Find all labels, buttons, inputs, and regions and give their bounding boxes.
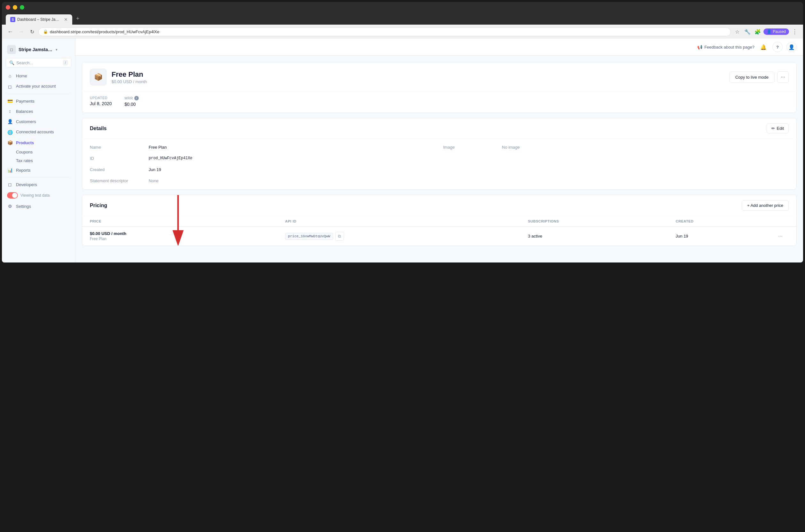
product-icon-image: 📦 <box>94 73 103 81</box>
reports-icon: 📊 <box>7 168 13 173</box>
row-more-button[interactable]: ··· <box>776 232 785 241</box>
chrome-menu-button[interactable]: ⋮ <box>790 27 799 36</box>
new-tab-button[interactable]: + <box>74 13 82 25</box>
user-menu-button[interactable]: 👤 <box>786 42 797 52</box>
test-mode-row: Viewing test data <box>2 190 75 201</box>
sidebar-item-developers[interactable]: ◻ Developers <box>2 179 75 190</box>
product-icon: 📦 <box>90 69 107 86</box>
product-name: Free Plan <box>112 70 724 79</box>
sidebar-item-label: Products <box>16 140 34 145</box>
product-info: Free Plan $0.00 USD / month <box>112 70 724 84</box>
copy-to-live-button[interactable]: Copy to live mode <box>729 72 774 83</box>
sidebar-subitem-taxrates[interactable]: Tax rates <box>2 156 75 165</box>
search-box[interactable]: 🔍 Search... / <box>6 58 71 68</box>
sidebar-item-settings[interactable]: ⚙ Settings <box>2 201 75 211</box>
sidebar-item-payments[interactable]: 💳 Payments <box>2 96 75 106</box>
price-main: $0.00 USD / month <box>90 231 280 236</box>
sidebar-item-label: Activate your account <box>16 83 56 89</box>
search-icon: 🔍 <box>9 60 14 65</box>
details-section-title: Details <box>90 126 107 131</box>
created-label: Created <box>90 166 141 173</box>
browser-tab[interactable]: S Dashboard – Stripe Jamstack S ✕ <box>6 14 72 25</box>
price-cell: $0.00 USD / month Free Plan <box>90 231 280 241</box>
pricing-row: $0.00 USD / month Free Plan price_1GvwMw… <box>82 227 797 246</box>
traffic-light-red[interactable] <box>6 5 10 10</box>
sidebar-subitem-coupons[interactable]: Coupons <box>2 148 75 156</box>
extensions-button[interactable]: 🔧 <box>743 27 752 36</box>
edit-label: Edit <box>777 126 784 131</box>
lock-icon: 🔒 <box>43 30 48 34</box>
copy-api-id-button[interactable]: ⧉ <box>335 232 344 241</box>
mrr-info-icon[interactable]: i <box>134 96 139 100</box>
brand-logo: ◻ <box>7 45 16 54</box>
feedback-link[interactable]: 📢 Feedback about this page? <box>697 45 754 50</box>
sidebar-item-connected[interactable]: 🌐 Connected accounts <box>2 127 75 137</box>
back-button[interactable]: ← <box>6 27 15 36</box>
main-content: 📢 Feedback about this page? 🔔 ? 👤 📦 Free… <box>75 39 803 263</box>
sidebar-item-customers[interactable]: 👤 Customers <box>2 116 75 127</box>
profile-badge[interactable]: 👤 Paused <box>763 28 789 35</box>
created-cell: Jun 19 <box>676 234 771 239</box>
forward-button[interactable]: → <box>17 27 25 36</box>
edit-button[interactable]: ✏ Edit <box>767 124 789 133</box>
bookmark-button[interactable]: ☆ <box>733 27 742 36</box>
profile-label: Paused <box>773 30 786 34</box>
stats-row: Updated Jul 8, 2020 MRR i $0.00 <box>82 92 797 113</box>
sidebar-item-balances[interactable]: ↕ Balances <box>2 106 75 116</box>
help-button[interactable]: ? <box>772 42 783 52</box>
id-value: prod_HUwFcvAjEp4lXe <box>149 155 436 162</box>
name-label: Name <box>90 144 141 151</box>
sidebar-item-activate[interactable]: ◻ Activate your account <box>2 81 75 92</box>
updated-stat: Updated Jul 8, 2020 <box>90 96 112 107</box>
sidebar-item-label: Balances <box>16 109 33 114</box>
page-content: 📦 Free Plan $0.00 USD / month Copy to li… <box>75 56 803 263</box>
edit-icon: ✏ <box>771 126 775 131</box>
pricing-card: Pricing + Add another price PRICE API ID… <box>82 195 797 246</box>
sidebar-item-reports[interactable]: 📊 Reports <box>2 165 75 175</box>
sidebar-item-label: Reports <box>16 168 31 173</box>
megaphone-icon: 📢 <box>697 45 702 50</box>
image-value: No image <box>502 144 789 151</box>
sidebar-brand[interactable]: ◻ Stripe Jamsta… ▾ <box>2 42 75 58</box>
payments-icon: 💳 <box>7 98 13 103</box>
id-label: ID <box>90 155 141 162</box>
price-sub: Free Plan <box>90 236 280 241</box>
url-text: dashboard.stripe.com/test/products/prod_… <box>50 30 159 34</box>
mrr-stat: MRR i $0.00 <box>125 96 139 107</box>
details-card: Details ✏ Edit Name Free Plan Image No i… <box>82 118 797 190</box>
test-mode-toggle[interactable] <box>7 192 18 198</box>
taxrates-label: Tax rates <box>16 158 33 163</box>
search-slash-badge: / <box>63 60 68 65</box>
developers-icon: ◻ <box>7 182 13 187</box>
profile-avatar: 👤 <box>767 30 771 34</box>
col-subscriptions: SUBSCRIPTIONS <box>528 219 670 223</box>
statement-label: Statement descriptor <box>90 177 141 184</box>
more-actions-button[interactable]: ··· <box>777 71 789 83</box>
sidebar-item-products[interactable]: 📦 Products <box>2 137 75 148</box>
balances-icon: ↕ <box>7 109 13 114</box>
col-api-id: API ID <box>285 219 523 223</box>
sidebar-item-home[interactable]: ⌂ Home <box>2 71 75 81</box>
brand-chevron-icon: ▾ <box>56 48 58 52</box>
sidebar-item-label: Developers <box>16 182 37 187</box>
pricing-header: Pricing + Add another price <box>82 195 797 216</box>
product-header-card: 📦 Free Plan $0.00 USD / month Copy to li… <box>82 62 797 113</box>
details-grid: Name Free Plan Image No image ID prod_HU… <box>82 139 797 189</box>
bell-button[interactable]: 🔔 <box>758 42 769 52</box>
address-bar[interactable]: 🔒 dashboard.stripe.com/test/products/pro… <box>38 27 731 36</box>
reload-button[interactable]: ↻ <box>27 27 36 36</box>
search-placeholder: Search... <box>16 60 33 65</box>
sidebar-item-label: Customers <box>16 119 36 124</box>
api-id-value: price_1GvwMwDtqUvQwW <box>285 233 333 240</box>
name-value: Free Plan <box>149 144 436 151</box>
feedback-text: Feedback about this page? <box>704 45 754 50</box>
puzzle-button[interactable]: 🧩 <box>753 27 762 36</box>
sidebar-item-label: Payments <box>16 99 35 103</box>
pricing-table-header: PRICE API ID SUBSCRIPTIONS CREATED <box>82 216 797 227</box>
tab-close-icon[interactable]: ✕ <box>64 17 68 22</box>
traffic-light-yellow[interactable] <box>13 5 17 10</box>
traffic-light-green[interactable] <box>20 5 24 10</box>
sidebar-item-label: Home <box>16 74 27 78</box>
settings-icon: ⚙ <box>7 204 13 209</box>
add-price-button[interactable]: + Add another price <box>742 200 789 211</box>
